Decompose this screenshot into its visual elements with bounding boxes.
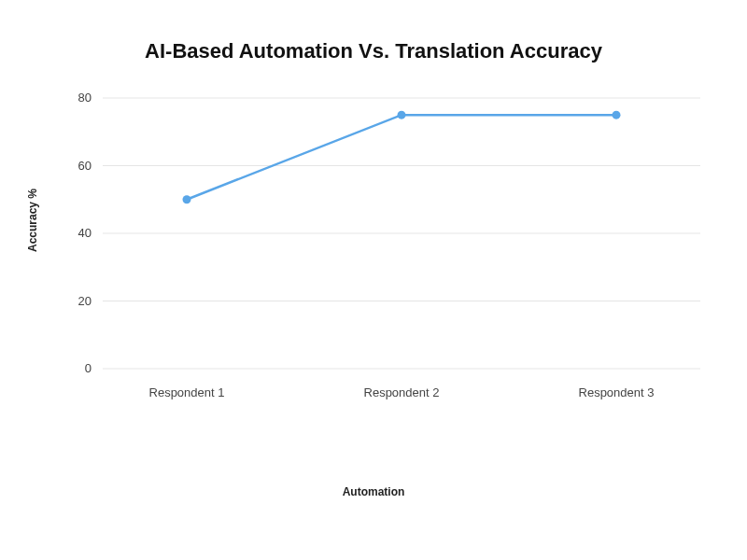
y-tick-label: 0 <box>85 361 92 375</box>
x-tick-label: Respondent 3 <box>579 385 655 399</box>
y-tick-label: 40 <box>78 226 92 240</box>
x-axis-label: Automation <box>0 485 747 498</box>
series-line <box>187 115 616 200</box>
chart-title: AI-Based Automation Vs. Translation Accu… <box>0 0 747 63</box>
y-tick-label: 20 <box>78 294 92 308</box>
data-point <box>398 111 406 119</box>
y-axis-label: Accuracy % <box>26 189 39 252</box>
y-tick-label: 80 <box>78 91 92 105</box>
y-tick-label: 60 <box>78 159 92 173</box>
chart-svg: 020406080Respondent 1Respondent 2Respond… <box>56 89 710 443</box>
data-point <box>613 111 621 119</box>
data-point <box>183 195 191 203</box>
x-tick-label: Respondent 2 <box>364 385 440 399</box>
chart-plot-area: 020406080Respondent 1Respondent 2Respond… <box>56 89 710 415</box>
x-tick-label: Respondent 1 <box>149 385 225 399</box>
